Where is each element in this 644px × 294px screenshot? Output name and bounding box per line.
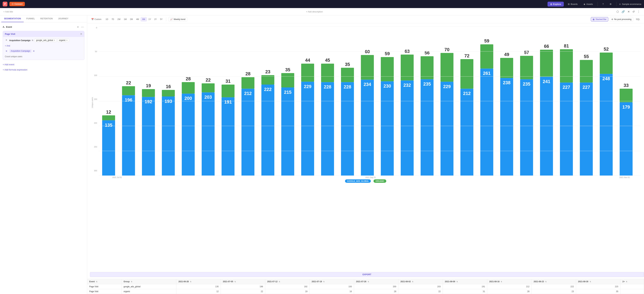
cell-val: 196 xyxy=(221,284,265,289)
cell-val: 22 xyxy=(221,289,265,294)
svg-rect-24 xyxy=(222,97,234,176)
title-bar: + Add title + Add description ⬡ 🔗 ✕ ↺ ⋮ xyxy=(0,8,644,16)
svg-text:193: 193 xyxy=(164,99,172,104)
preset-1d[interactable]: 1D xyxy=(104,17,110,21)
filter-label: Acquisition Campaign xyxy=(9,38,30,42)
close-button[interactable]: ✕ xyxy=(627,10,630,14)
settings-button[interactable]: ⚙ xyxy=(608,2,614,6)
col-event[interactable]: Event ⇅ xyxy=(87,279,122,284)
cell-val xyxy=(620,289,644,294)
col-2021-08-30[interactable]: 2021-08-30 ⇅ xyxy=(576,279,620,284)
col-2021-07-26[interactable]: 2021-07-26 ⇅ xyxy=(354,279,398,284)
add-formula-link[interactable]: + Add formula expression xyxy=(3,67,84,72)
preset-5y[interactable]: 5Y xyxy=(158,17,164,21)
svg-rect-94 xyxy=(560,49,573,82)
breakdown-remove-button[interactable]: ✕ xyxy=(5,50,8,53)
breakdown-tag-close[interactable]: ✕ xyxy=(33,50,35,52)
cell-val: 28 xyxy=(487,289,532,294)
and-link[interactable]: + And xyxy=(3,44,84,48)
svg-text:235: 235 xyxy=(423,82,431,86)
preset-7d[interactable]: 7D xyxy=(110,17,116,21)
svg-rect-22 xyxy=(202,84,214,92)
tab-journey[interactable]: JOURNEY xyxy=(55,16,71,22)
legend-organic: ORGANIC xyxy=(374,180,386,182)
export-button[interactable]: EXPORT xyxy=(90,272,644,277)
col-2021-07-12[interactable]: 2021-07-12 ⇅ xyxy=(265,279,310,284)
add-event-link[interactable]: + Add event xyxy=(3,62,84,67)
help-button[interactable]: ? xyxy=(600,2,606,6)
tab-segmentation[interactable]: SEGMENTATION xyxy=(1,16,24,22)
filter-remove-button[interactable]: ✕ xyxy=(5,38,8,42)
filter-tag-organic[interactable]: organic ✕ xyxy=(58,38,69,42)
post-processing-button[interactable]: ⊘ No post processing xyxy=(610,17,633,22)
svg-rect-64 xyxy=(421,79,434,176)
event-close-button[interactable]: ✕ xyxy=(80,32,82,36)
cell-val: 135 xyxy=(176,284,221,289)
svg-text:241: 241 xyxy=(543,79,550,84)
filter-tag-label: google_ads_global xyxy=(36,39,53,42)
workspace-selector[interactable]: ∨ Sample ecommerce xyxy=(619,3,641,5)
link-button[interactable]: 🔗 xyxy=(621,10,626,14)
col-2021-08-16[interactable]: 2021-08-16 ⇅ xyxy=(487,279,532,284)
col-2021-08-09[interactable]: 2021-08-09 ⇅ xyxy=(443,279,487,284)
filter-tag-label-organic: organic xyxy=(59,39,66,42)
chart-type-button[interactable]: ▦ Stacked Bar xyxy=(591,17,608,22)
svg-text:59: 59 xyxy=(484,38,489,44)
event-name-label[interactable]: Page Visit xyxy=(5,33,15,35)
more-button[interactable]: ⋮ xyxy=(636,10,641,14)
y-axis-title: Unique users xyxy=(90,97,94,108)
svg-text:234: 234 xyxy=(364,82,371,87)
preset-2y[interactable]: 2Y xyxy=(153,17,158,21)
preset-2m[interactable]: 2M xyxy=(128,17,134,21)
cell-val: 31 xyxy=(443,289,487,294)
col-group[interactable]: Group ⇅ xyxy=(122,279,176,284)
filter-tag-close-organic[interactable]: ✕ xyxy=(66,39,68,42)
boards-nav-item[interactable]: ⊞ Boards xyxy=(566,2,580,6)
preset-1y[interactable]: 1Y xyxy=(147,17,152,21)
svg-text:179: 179 xyxy=(622,104,630,110)
svg-rect-12 xyxy=(162,96,175,176)
col-more[interactable]: 2+ ⇅ xyxy=(620,279,644,284)
preset-6m[interactable]: 6M xyxy=(141,17,147,21)
bookmark-button[interactable]: ⬡ xyxy=(616,10,620,14)
svg-text:248: 248 xyxy=(602,76,610,81)
svg-text:35: 35 xyxy=(345,62,350,67)
col-2021-07-05[interactable]: 2021-07-05 ⇅ xyxy=(221,279,265,284)
legend-google: GOOGLE_ADS_GLOBAL xyxy=(345,180,371,182)
col-2021-08-23[interactable]: 2021-08-23 ⇅ xyxy=(532,279,576,284)
tab-funnel[interactable]: FUNNEL xyxy=(24,16,38,22)
svg-rect-98 xyxy=(580,60,593,82)
legend-badge-google: GOOGLE_ADS_GLOBAL xyxy=(345,180,371,183)
col-2021-06-28[interactable]: 2021-06-28 ⇅ xyxy=(176,279,221,284)
assets-nav-item[interactable]: ◈ Assets xyxy=(582,2,595,6)
svg-text:22: 22 xyxy=(206,78,211,82)
svg-rect-82 xyxy=(500,58,513,78)
filter-tag-close-google[interactable]: ✕ xyxy=(54,39,55,42)
filter-tag-google[interactable]: google_ads_global ✕ xyxy=(34,38,57,42)
add-description-button[interactable]: + Add description xyxy=(306,10,323,13)
more-section-button[interactable]: ⋯ xyxy=(80,25,84,29)
svg-rect-88 xyxy=(540,77,553,176)
custom-date-button[interactable]: 📅 Custom xyxy=(90,18,103,21)
svg-text:228: 228 xyxy=(344,84,351,90)
svg-text:49: 49 xyxy=(504,52,509,57)
add-title-button[interactable]: + Add title xyxy=(3,10,13,13)
explore-button[interactable]: ◎ Explore xyxy=(548,2,564,6)
sql-button[interactable]: SQL xyxy=(634,18,641,21)
x-axis: 2021 Jul 01 2021 Sep 01 2021 Nov 01 xyxy=(102,176,641,178)
col-2021-07-19[interactable]: 2021-07-19 ⇅ xyxy=(310,279,354,284)
preset-2w[interactable]: 2W xyxy=(116,17,122,21)
preset-1m[interactable]: 1M xyxy=(122,17,128,21)
refresh-button[interactable]: ↺ xyxy=(632,10,635,14)
data-table-container: Event ⇅ Group ⇅ 2021-06-28 ⇅ 2021-07-05 … xyxy=(87,279,644,294)
chart-toolbar: 📅 Custom 1D 7D 2W 1M 2M 4M 6M 1Y 2Y 5Y xyxy=(87,16,644,23)
preset-4m[interactable]: 4M xyxy=(134,17,140,21)
col-2021-08-02[interactable]: 2021-08-02 ⇅ xyxy=(398,279,443,284)
tab-retention[interactable]: RETENTION xyxy=(38,16,56,22)
connect-button[interactable]: ⬡ Connect xyxy=(10,2,25,6)
add-section-button[interactable]: + xyxy=(76,25,79,29)
trend-selector[interactable]: 📈 Weekly trend xyxy=(168,17,187,22)
filter-operator: is xyxy=(32,38,34,42)
cell-val: 22 xyxy=(398,289,443,294)
breakdown-tag[interactable]: Acquisition Campaign xyxy=(10,49,32,53)
